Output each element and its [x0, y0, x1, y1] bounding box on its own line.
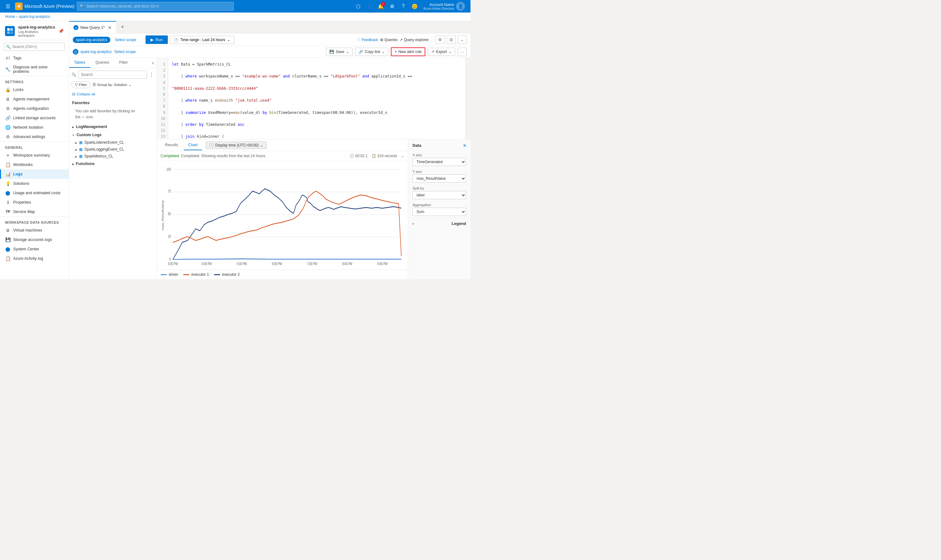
group-by-button[interactable]: ☰ Group by: Solution ⌄ [92, 83, 131, 87]
sidebar-item-usage-costs[interactable]: ⬤ Usage and estimated costs [0, 188, 69, 198]
sidebar-label-vm: Virtual machines [13, 228, 42, 232]
sidebar-label-workbooks: Workbooks [13, 163, 32, 167]
service-map-icon: 🗺 [5, 209, 11, 214]
help-button[interactable]: ? [398, 1, 408, 11]
config-data-header[interactable]: Data » [408, 139, 470, 151]
query-tab-1[interactable]: Q New Query 1* ✕ [69, 21, 116, 33]
toolbar-settings-button[interactable]: ⚙ [435, 35, 445, 44]
sidebar-item-workbooks[interactable]: 📋 Workbooks [0, 160, 69, 169]
topbar-actions: ⬡ 👤 🔔 7 ⚙ ? 😊 Account Name Azure Active … [353, 1, 467, 12]
notifications-button[interactable]: 🔔 7 [376, 1, 386, 11]
table-item-spark-logging[interactable]: ▦ SparkLoggingEvent_CL [69, 146, 157, 153]
time-range-button[interactable]: 🕐 Time range : Last 24 hours ⌄ [170, 36, 234, 44]
x-axis-select[interactable]: TimeGenerated [412, 158, 466, 166]
sidebar-item-azure-activity-log[interactable]: 📋 Azure Activity log [0, 254, 69, 263]
collapse-all-button[interactable]: ⊟ Collapse all [69, 91, 157, 99]
collapse-icon: ⊟ [72, 92, 75, 96]
sidebar-item-tags[interactable]: 🏷 Tags [0, 53, 69, 63]
sidebar-item-agents-config[interactable]: ⚙ Agents configuration [0, 104, 69, 113]
usage-costs-icon: ⬤ [5, 191, 11, 195]
export-button[interactable]: ↗ Export ⌄ [428, 48, 455, 56]
results-tab-results[interactable]: Results [161, 140, 183, 150]
copy-link-button[interactable]: 🔗 Copy link ⌄ [355, 48, 388, 56]
aggregation-select[interactable]: Sum [412, 208, 466, 216]
sidebar-item-solutions[interactable]: 💡 Solutions [0, 179, 69, 188]
favorites-section-header[interactable]: Favorites [69, 99, 157, 107]
global-search-box[interactable]: 🔍 [77, 2, 234, 11]
sidebar-item-locks[interactable]: 🔒 Locks [0, 85, 69, 94]
sidebar-item-workspace-summary[interactable]: ≡ Workspace summary [0, 151, 69, 160]
sidebar-search-input[interactable] [4, 43, 65, 51]
cloud-shell-button[interactable]: ⬡ [353, 1, 363, 11]
sidebar-label-agents-mgmt: Agents management [13, 97, 49, 102]
portal-settings-button[interactable]: 👤 [364, 1, 375, 11]
search-options-icon[interactable]: ⋮ [149, 72, 154, 78]
timer-value: 00:02.1 [355, 154, 367, 158]
sidebar-item-agents-management[interactable]: 🖥 Agents management [0, 94, 69, 104]
sidebar-item-properties[interactable]: ℹ Properties [0, 198, 69, 207]
svg-rect-0 [7, 28, 10, 31]
sidebar-item-linked-storage[interactable]: 🔗 Linked storage accounts [0, 113, 69, 123]
tab-filter[interactable]: Filter [114, 58, 133, 68]
log-management-header[interactable]: LogManagement [69, 123, 157, 131]
config-data-expand-icon[interactable]: » [463, 142, 466, 148]
feedback-button[interactable]: ♡ Feedback [357, 38, 378, 42]
legend-section-header[interactable]: › Legend [408, 218, 470, 229]
split-by-select[interactable]: label [412, 191, 466, 199]
run-query-button[interactable]: ▶ Run [146, 35, 168, 44]
filter-button[interactable]: ▽ Filter [72, 81, 91, 88]
editor-scrollbar[interactable] [466, 58, 470, 139]
pin-sidebar-button[interactable]: 📌 [58, 29, 64, 34]
breadcrumb-workspace[interactable]: spark-log-analytics [19, 14, 50, 19]
queries-button[interactable]: ⊞ Queries [380, 38, 398, 42]
tab-tables[interactable]: Tables [69, 58, 90, 68]
table-item-spark-metrics[interactable]: ▦ SparkMetrics_CL [69, 153, 157, 160]
sidebar-item-virtual-machines[interactable]: 🖥 Virtual machines [0, 226, 69, 235]
toolbar-layout-button[interactable]: ⊟ [447, 35, 456, 44]
storage-icon: 💾 [5, 237, 11, 242]
query-tab-close-button[interactable]: ✕ [108, 25, 112, 30]
collapse-tables-button[interactable]: ‹ [150, 58, 157, 68]
expand-results-button[interactable]: ⌄ [401, 154, 404, 158]
workspace-badge[interactable]: spark-log-analytics [73, 37, 111, 43]
sidebar-item-advanced-settings[interactable]: ⚙ Advanced settings [0, 132, 69, 142]
sidebar-item-system-center[interactable]: ⬤ System Center [0, 245, 69, 254]
save-label: Save [336, 49, 344, 54]
save-button[interactable]: 💾 Save ⌄ [326, 48, 352, 56]
breadcrumb-home[interactable]: Home [5, 14, 15, 19]
hamburger-menu-button[interactable]: ☰ [3, 2, 12, 11]
sidebar-item-logs[interactable]: 📊 Logs [0, 169, 69, 179]
global-search-input[interactable] [86, 4, 231, 8]
more-options-button[interactable]: ··· [458, 48, 467, 56]
feedback-icon-button[interactable]: 😊 [410, 1, 420, 11]
results-main: Results Chart 🕐 Display time (UTC+00:00)… [157, 139, 408, 279]
settings-button[interactable]: ⚙ [387, 1, 397, 11]
code-editor[interactable]: 1 2 3 4 5 6 7 8 9 10 11 12 13 [157, 58, 470, 139]
toolbar-more-button[interactable]: ⌄ [458, 35, 467, 44]
sidebar-navigation: 🏷 Tags 🔧 Diagnose and solve problems Set… [0, 53, 69, 279]
tab-queries[interactable]: Queries [90, 58, 114, 68]
new-tab-button[interactable]: + [116, 21, 129, 33]
query-tabs-bar: Q New Query 1* ✕ + [69, 21, 470, 34]
new-alert-rule-button[interactable]: + New alert rule [391, 48, 425, 56]
functions-header[interactable]: Functions [69, 160, 157, 168]
results-tabs: Results Chart 🕐 Display time (UTC+00:00)… [157, 139, 408, 151]
code-text[interactable]: let Data = SparkMetrics_CL | where works… [168, 58, 466, 139]
tables-search-input[interactable] [78, 71, 147, 79]
sidebar-item-diagnose[interactable]: 🔧 Diagnose and solve problems [0, 63, 69, 76]
y-axis-select[interactable]: max_ResultValue [412, 174, 466, 183]
notification-badge: 7 [381, 2, 385, 6]
sidebar-item-service-map[interactable]: 🗺 Service Map [0, 207, 69, 217]
sidebar-item-storage-accounts[interactable]: 💾 Storage accounts logs [0, 235, 69, 245]
scope-select-scope[interactable]: Select scope [114, 49, 136, 54]
custom-logs-header[interactable]: Custom Logs [69, 131, 157, 139]
sidebar-item-network-isolation[interactable]: 🌐 Network Isolation [0, 123, 69, 132]
display-time-button[interactable]: 🕐 Display time (UTC+00:00) ⌄ [206, 142, 266, 149]
table-item-spark-listener[interactable]: ▦ SparkListenerEvent_CL [69, 139, 157, 146]
account-menu[interactable]: Account Name Azure Active Directory 👤 [421, 1, 467, 12]
scope-workspace-label: Q spark-log-analytics [73, 49, 112, 55]
workspace-logo [5, 26, 15, 36]
select-scope-button[interactable]: Select scope [112, 37, 139, 43]
query-explorer-button[interactable]: ↗ Query explorer [400, 38, 429, 42]
results-tab-chart[interactable]: Chart [184, 140, 202, 150]
